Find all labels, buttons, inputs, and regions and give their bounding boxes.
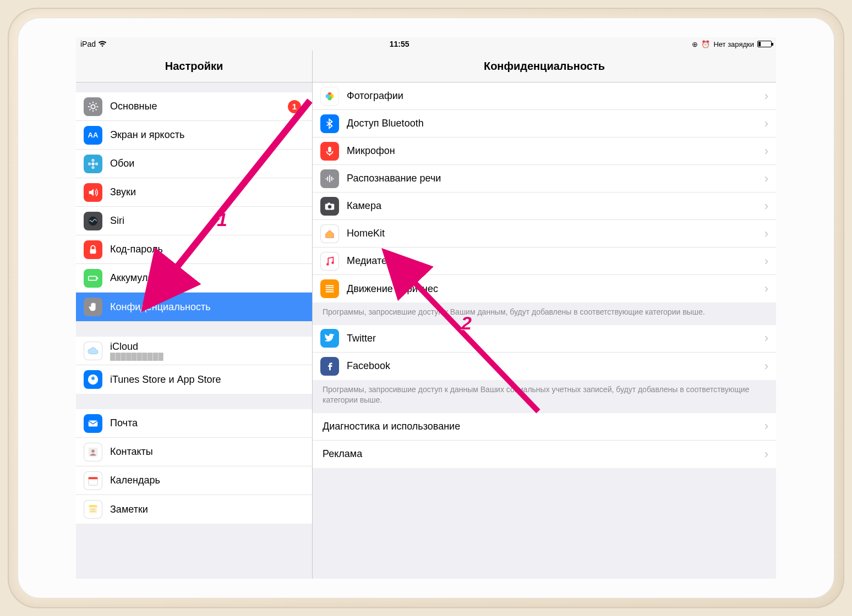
- screen: iPad 11:55 ⊕ ⏰ Нет зарядки Настройки: [76, 37, 776, 579]
- svg-line-31: [409, 277, 538, 411]
- device-bezel: iPad 11:55 ⊕ ⏰ Нет зарядки Настройки: [18, 18, 834, 598]
- device-frame: iPad 11:55 ⊕ ⏰ Нет зарядки Настройки: [8, 8, 844, 608]
- svg-line-30: [171, 101, 310, 275]
- annotation-overlay: [76, 37, 776, 579]
